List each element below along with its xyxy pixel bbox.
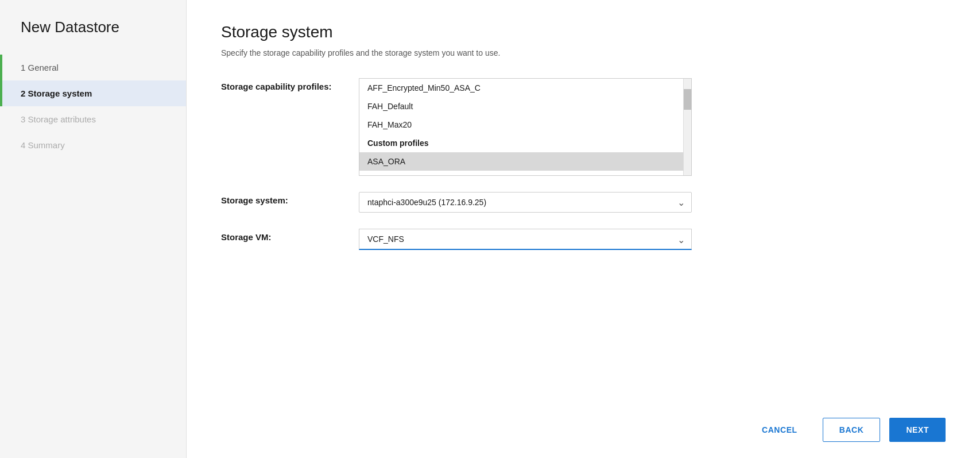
next-button[interactable]: NEXT (889, 418, 946, 442)
listbox-item-fah-default[interactable]: FAH_Default (359, 97, 691, 116)
form-row-capability-profiles: Storage capability profiles: AFF_Encrypt… (221, 78, 946, 176)
capability-profiles-listbox[interactable]: AFF_Encrypted_Min50_ASA_C FAH_Default FA… (359, 78, 692, 176)
sidebar-title: New Datastore (0, 18, 186, 55)
sidebar-step-storage-attributes: 3 Storage attributes (0, 106, 186, 132)
sidebar-steps: 1 General 2 Storage system 3 Storage att… (0, 55, 186, 158)
form-row-storage-system: Storage system: ntaphci-a300e9u25 (172.1… (221, 192, 946, 213)
sidebar-step-storage-system[interactable]: 2 Storage system (0, 80, 186, 106)
cancel-button[interactable]: CANCEL (746, 418, 814, 441)
listbox-item-asa-ora[interactable]: ASA_ORA (359, 152, 691, 171)
storage-vm-dropdown-wrapper: VCF_NFS ⌄ (359, 229, 692, 250)
storage-vm-select[interactable]: VCF_NFS (359, 229, 692, 250)
form-section: Storage capability profiles: AFF_Encrypt… (221, 78, 946, 406)
storage-vm-control: VCF_NFS ⌄ (359, 229, 692, 250)
sidebar-step-general[interactable]: 1 General (0, 55, 186, 80)
listbox-scrollbar[interactable] (683, 79, 691, 175)
form-row-storage-vm: Storage VM: VCF_NFS ⌄ (221, 229, 946, 250)
back-button[interactable]: BACK (823, 418, 881, 442)
storage-system-label: Storage system: (221, 192, 359, 205)
storage-vm-label: Storage VM: (221, 229, 359, 242)
capability-profiles-control: AFF_Encrypted_Min50_ASA_C FAH_Default FA… (359, 78, 692, 176)
sidebar-step-label-general: 1 General (0, 63, 59, 72)
listbox-item-custom-profiles: Custom profiles (359, 134, 691, 152)
sidebar-step-label-summary: 4 Summary (0, 140, 65, 150)
listbox-item-fah-max20[interactable]: FAH_Max20 (359, 116, 691, 134)
page-title: Storage system (221, 23, 946, 41)
sidebar-step-label-storage-attributes: 3 Storage attributes (0, 114, 96, 124)
storage-system-select[interactable]: ntaphci-a300e9u25 (172.16.9.25) (359, 192, 692, 213)
main-content: Storage system Specify the storage capab… (187, 0, 980, 458)
capability-profiles-label: Storage capability profiles: (221, 78, 359, 91)
sidebar-step-label-storage-system: 2 Storage system (0, 88, 92, 98)
sidebar-step-summary: 4 Summary (0, 132, 186, 158)
storage-system-dropdown-wrapper: ntaphci-a300e9u25 (172.16.9.25) ⌄ (359, 192, 692, 213)
footer-bar: CANCEL BACK NEXT (221, 406, 946, 458)
storage-system-control: ntaphci-a300e9u25 (172.16.9.25) ⌄ (359, 192, 692, 213)
sidebar: New Datastore 1 General 2 Storage system… (0, 0, 187, 458)
page-description: Specify the storage capability profiles … (221, 48, 946, 57)
scrollbar-thumb (684, 89, 691, 110)
listbox-item-aff[interactable]: AFF_Encrypted_Min50_ASA_C (359, 79, 691, 97)
